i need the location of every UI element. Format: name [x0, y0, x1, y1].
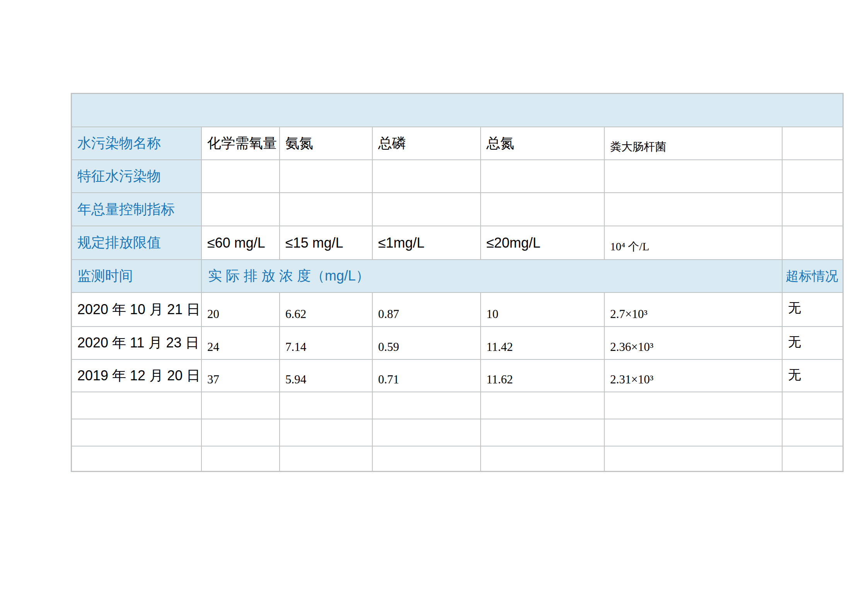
value-total-phosphorus: 0.71 — [373, 360, 480, 392]
annual-total-cell — [783, 193, 842, 226]
monitor-date: 2019 年 12 月 20 日 — [72, 360, 201, 392]
annual-total-cell — [202, 193, 279, 226]
empty-cell — [481, 392, 604, 419]
actual-discharge-concentration-header: 实 际 排 放 浓 度（mg/L） — [202, 260, 782, 292]
document-page: 水污染物名称 化学需氧量 氨氮 总磷 总氮 粪大肠杆菌 特征水污染物 年总量控制… — [0, 0, 868, 614]
pollutant-name-ammonia: 氨氮 — [280, 127, 372, 159]
row-label-discharge-limit: 规定排放限值 — [72, 226, 201, 259]
characteristic-cell — [373, 160, 480, 192]
empty-cell — [481, 419, 604, 446]
row-label-monitoring-time: 监测时间 — [72, 260, 201, 292]
empty-cell — [280, 419, 372, 446]
empty-cell — [373, 392, 480, 419]
empty-cell — [783, 446, 842, 471]
value-total-nitrogen: 10 — [481, 293, 604, 326]
empty-cell — [202, 419, 279, 446]
value-fecal-coliform: 2.31×10³ — [605, 360, 782, 392]
limit-total-nitrogen: ≤20mg/L — [481, 226, 604, 259]
limit-cod: ≤60 mg/L — [202, 226, 279, 259]
characteristic-cell — [481, 160, 604, 192]
annual-total-cell — [605, 193, 782, 226]
exceedance-value: 无 — [783, 360, 842, 392]
empty-cell — [783, 419, 842, 446]
exceedance-status-header: 超标情况 — [783, 260, 842, 292]
value-cod: 20 — [202, 293, 279, 326]
characteristic-cell — [783, 160, 842, 192]
limit-total-phosphorus: ≤1mg/L — [373, 226, 480, 259]
annual-total-cell — [373, 193, 480, 226]
empty-cell — [72, 419, 201, 446]
pollutant-name-fecal-coliform: 粪大肠杆菌 — [605, 127, 782, 159]
empty-cell — [72, 392, 201, 419]
value-cod: 37 — [202, 360, 279, 392]
annual-total-cell — [280, 193, 372, 226]
row-label-annual-total-control: 年总量控制指标 — [72, 193, 201, 226]
empty-cell — [481, 446, 604, 471]
value-ammonia: 5.94 — [280, 360, 372, 392]
empty-cell — [202, 392, 279, 419]
monitor-date: 2020 年 11 月 23 日 — [72, 327, 201, 359]
empty-cell — [783, 392, 842, 419]
value-total-nitrogen: 11.62 — [481, 360, 604, 392]
exceedance-value: 无 — [783, 293, 842, 326]
empty-cell — [605, 446, 782, 471]
limit-fecal-coliform: 10⁴ 个/L — [605, 226, 782, 259]
characteristic-cell — [605, 160, 782, 192]
value-ammonia: 7.14 — [280, 327, 372, 359]
exceedance-value: 无 — [783, 327, 842, 359]
table-title-band — [72, 94, 842, 127]
characteristic-cell — [202, 160, 279, 192]
empty-cell — [373, 419, 480, 446]
limit-empty — [783, 226, 842, 259]
characteristic-cell — [280, 160, 372, 192]
pollutant-name-empty — [783, 127, 842, 159]
value-ammonia: 6.62 — [280, 293, 372, 326]
monitor-date: 2020 年 10 月 21 日 — [72, 293, 201, 326]
value-fecal-coliform: 2.36×10³ — [605, 327, 782, 359]
value-cod: 24 — [202, 327, 279, 359]
value-total-phosphorus: 0.59 — [373, 327, 480, 359]
pollutant-name-cod: 化学需氧量 — [202, 127, 279, 159]
pollutant-name-total-phosphorus: 总磷 — [373, 127, 480, 159]
row-label-characteristic-pollutant: 特征水污染物 — [72, 160, 201, 192]
empty-cell — [605, 419, 782, 446]
empty-cell — [202, 446, 279, 471]
annual-total-cell — [481, 193, 604, 226]
value-fecal-coliform: 2.7×10³ — [605, 293, 782, 326]
empty-cell — [605, 392, 782, 419]
empty-cell — [373, 446, 480, 471]
empty-cell — [72, 446, 201, 471]
pollutant-name-total-nitrogen: 总氮 — [481, 127, 604, 159]
water-pollutant-monitoring-table: 水污染物名称 化学需氧量 氨氮 总磷 总氮 粪大肠杆菌 特征水污染物 年总量控制… — [71, 93, 844, 472]
limit-ammonia: ≤15 mg/L — [280, 226, 372, 259]
value-total-nitrogen: 11.42 — [481, 327, 604, 359]
empty-cell — [280, 392, 372, 419]
empty-cell — [280, 446, 372, 471]
value-total-phosphorus: 0.87 — [373, 293, 480, 326]
row-label-pollutant-name: 水污染物名称 — [72, 127, 201, 159]
